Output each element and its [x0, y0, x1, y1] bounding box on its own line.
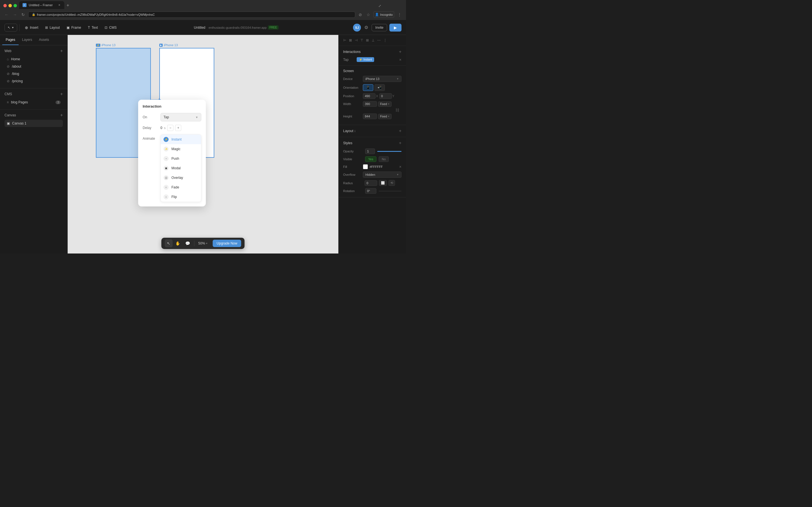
canvas-add-btn[interactable]: +	[60, 113, 63, 117]
align-left-btn[interactable]: ⊢	[342, 37, 348, 43]
align-center-v-btn[interactable]: ⊞	[364, 37, 370, 43]
tab-pages[interactable]: Pages	[2, 35, 18, 45]
rotation-bar[interactable]	[378, 191, 402, 191]
distribute-h-btn[interactable]: ⋯	[376, 37, 382, 43]
insert-btn[interactable]: ⊕ Insert	[22, 24, 41, 32]
height-controls: Fixed ▼	[363, 114, 392, 119]
comment-tool-btn[interactable]: 💬	[183, 239, 192, 247]
active-tab[interactable]: F Untitled – Framer ×	[19, 1, 64, 9]
orient-landscape-btn[interactable]: 📲	[374, 84, 385, 91]
text-btn[interactable]: T Text	[85, 24, 101, 31]
select-tool-canvas-btn[interactable]: ↖	[165, 239, 172, 247]
radius-row: Radius ⬜ ⟲	[343, 180, 402, 186]
instant-badge[interactable]: ⚡ Instant	[357, 57, 374, 62]
expand-btn[interactable]: ⤢	[376, 4, 384, 8]
popup-on-select[interactable]: Tap ▼	[160, 113, 201, 121]
nav-item-blog[interactable]: ⊘ /blog	[4, 70, 63, 77]
width-input[interactable]	[363, 101, 377, 107]
opacity-bar[interactable]	[377, 151, 402, 152]
zoom-display[interactable]: 50% ▾	[196, 240, 210, 246]
delay-decrease-btn[interactable]: −	[167, 125, 173, 131]
tab-assets[interactable]: Assets	[36, 35, 52, 45]
avatar-btn[interactable]: SJ	[353, 24, 361, 32]
about-icon: ⊘	[7, 64, 10, 68]
play-btn[interactable]: ▶	[389, 24, 402, 32]
radius-corner-btn[interactable]: ⬜	[379, 180, 387, 186]
cms-item-blog-pages[interactable]: ≡ blog Pages 3	[4, 99, 63, 106]
new-tab-btn[interactable]: +	[64, 3, 71, 8]
frame-btn[interactable]: ▣ Frame	[64, 24, 84, 31]
height-fixed-select[interactable]: Fixed ▼	[378, 114, 392, 119]
align-top-btn[interactable]: ⊤	[359, 37, 364, 43]
tab-close-btn[interactable]: ×	[58, 3, 61, 7]
animate-option-modal[interactable]: ▣ Modal	[161, 163, 201, 173]
tap-label: Tap	[343, 58, 354, 62]
layout-add-btn[interactable]: +	[399, 128, 402, 133]
animate-option-push[interactable]: → Push	[161, 154, 201, 163]
layout-btn[interactable]: ⊞ Layout	[42, 24, 63, 31]
fade-icon: ○	[163, 185, 168, 190]
animate-option-instant[interactable]: ⚡ Instant	[161, 135, 201, 144]
animate-option-fade[interactable]: ○ Fade	[161, 182, 201, 192]
orient-portrait-btn[interactable]: 📱	[363, 84, 373, 91]
bookmark-btn[interactable]: ☆	[365, 11, 371, 18]
height-input[interactable]	[363, 114, 377, 119]
back-btn[interactable]: ←	[3, 11, 10, 18]
web-section: Web + ⌂ Home ⊘ /about ⊘ /blog ⊘ /prici	[0, 45, 67, 88]
cms-btn[interactable]: ⊡ CMS	[102, 24, 119, 31]
pos-y-input[interactable]	[379, 93, 392, 99]
hand-tool-btn[interactable]: ✋	[173, 239, 183, 247]
canvas-item-1[interactable]: ▣ Canvas 1	[4, 120, 63, 127]
nav-item-about[interactable]: ⊘ /about	[4, 63, 63, 70]
fill-swatch[interactable]	[363, 164, 368, 169]
cms-add-btn[interactable]: +	[60, 92, 63, 96]
width-fixed-select[interactable]: Fixed ▼	[378, 101, 392, 107]
popup-delay-unit: s	[164, 126, 166, 129]
canvas-area[interactable]: ⚡ iPhone 13 ▶ iPhone 13	[68, 35, 338, 253]
more-btn[interactable]: ⋮	[396, 11, 403, 18]
overflow-select[interactable]: Hidden ▼	[363, 172, 402, 178]
distribute-v-btn[interactable]: ⋮	[382, 37, 388, 43]
animate-option-flip[interactable]: ↕ Flip	[161, 192, 201, 202]
forward-btn[interactable]: →	[12, 11, 18, 18]
radius-circle-btn[interactable]: ⟲	[389, 180, 395, 186]
interactions-add-btn[interactable]: +	[399, 49, 402, 54]
minimize-light[interactable]	[8, 4, 12, 7]
visible-yes-btn[interactable]: Yes	[365, 156, 376, 162]
close-light[interactable]	[3, 4, 7, 7]
upgrade-btn[interactable]: Upgrade Now	[213, 240, 241, 247]
link-aspect-icon[interactable]: ⛓	[395, 108, 399, 112]
animate-option-magic[interactable]: ✨ Magic	[161, 144, 201, 154]
traffic-lights	[3, 4, 17, 7]
width-chevron: ▼	[388, 103, 390, 105]
overflow-chevron: ▼	[396, 173, 399, 176]
fill-remove-btn[interactable]: ×	[399, 165, 402, 169]
nav-item-pricing[interactable]: ⊘ /pricing	[4, 77, 63, 85]
layout-info-icon[interactable]: ℹ	[354, 129, 356, 133]
select-tool-btn[interactable]: ↖ ▼	[4, 24, 17, 32]
align-bottom-btn[interactable]: ⊥	[370, 37, 376, 43]
address-bar[interactable]: 🔒 framer.com/projects/Untitled--mZ98oDWa…	[28, 11, 355, 18]
styles-add-btn[interactable]: +	[399, 140, 402, 146]
interaction-remove-btn[interactable]: ×	[399, 57, 402, 62]
maximize-light[interactable]	[13, 4, 17, 7]
right-panel: ⊢ ⊠ ⊣ ⊤ ⊞ ⊥ ⋯ ⋮ Interactions + Tap ⚡	[338, 35, 406, 253]
align-center-h-btn[interactable]: ⊠	[348, 37, 353, 43]
invite-btn[interactable]: Invite	[371, 24, 387, 31]
device-select[interactable]: iPhone 13 ▼	[363, 76, 402, 82]
radius-input[interactable]	[364, 180, 377, 186]
delay-increase-btn[interactable]: +	[175, 125, 181, 131]
tab-layers[interactable]: Layers	[18, 35, 36, 45]
pos-x-input[interactable]	[363, 93, 375, 99]
nav-item-home[interactable]: ⌂ Home	[4, 55, 63, 63]
align-right-btn[interactable]: ⊣	[353, 37, 359, 43]
rotation-input[interactable]	[365, 188, 376, 194]
visible-no-btn[interactable]: No	[378, 156, 389, 162]
settings-btn[interactable]: ⚙	[363, 24, 369, 31]
opacity-input[interactable]	[365, 149, 375, 154]
refresh-btn[interactable]: ↻	[20, 11, 26, 18]
animate-option-overlay[interactable]: ◫ Overlay	[161, 173, 201, 182]
extension-btn[interactable]: ⊘	[357, 11, 363, 18]
profile-btn[interactable]: 👤 Incognito	[373, 11, 394, 18]
web-add-btn[interactable]: +	[60, 49, 63, 53]
